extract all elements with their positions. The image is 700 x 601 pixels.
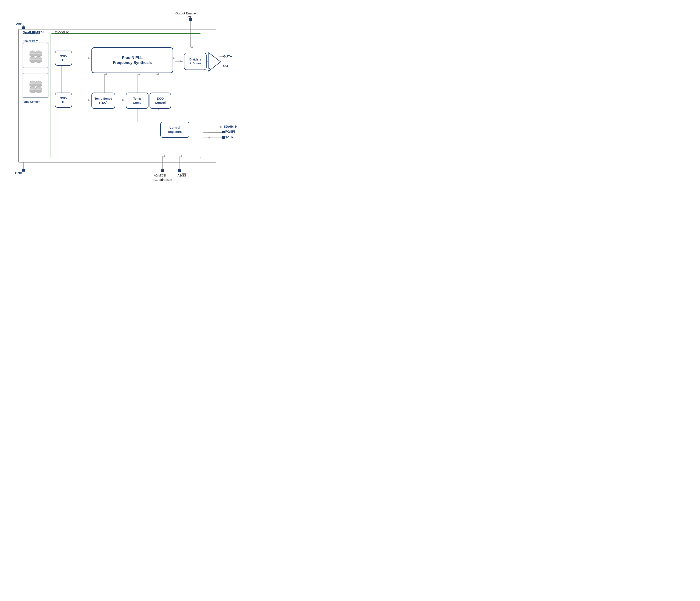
frac-n-pll-label: Frac-N PLLFrequency Synthesis bbox=[113, 55, 152, 66]
vdd-dot bbox=[22, 26, 25, 29]
a0-mosi-dot bbox=[161, 169, 164, 172]
osc-ts-label: OSC-TS bbox=[60, 96, 67, 104]
dual-mems-label: DualMEMS™ bbox=[23, 31, 44, 35]
control-registers-block: ControlRegisters bbox=[160, 122, 190, 138]
osc-tf-sensor bbox=[23, 43, 48, 68]
resonator-bottom-icon bbox=[28, 78, 43, 93]
output-enable-label: Output Enable bbox=[175, 11, 196, 15]
dividers-driver-label: Dividers& Driver bbox=[190, 57, 201, 65]
tempflat-label: TempFlat™ bbox=[23, 40, 38, 43]
temp-sense-block: Temp Sense(TDC) bbox=[92, 93, 115, 109]
out-plus-label: OUT+ bbox=[223, 54, 232, 58]
i2c-spi-label: I²C/SPI bbox=[225, 130, 235, 133]
osc-tf-label: OSC-TF bbox=[60, 54, 67, 62]
temp-comp-label: TempComp bbox=[133, 97, 142, 104]
temp-comp-block: TempComp bbox=[126, 93, 148, 109]
output-buffer bbox=[208, 52, 222, 73]
i2c-dot bbox=[222, 131, 225, 133]
svg-marker-61 bbox=[209, 53, 221, 71]
osc-tf-block: OSC-TF bbox=[55, 51, 72, 66]
svg-point-54 bbox=[36, 84, 42, 87]
oe-label: OE bbox=[188, 15, 192, 19]
dco-control-block: DCOControl bbox=[150, 93, 171, 109]
svg-point-57 bbox=[30, 90, 36, 93]
cmos-ic-label: CMOS IC bbox=[55, 31, 70, 35]
temp-sensor-label: Temp Sensor bbox=[22, 100, 40, 103]
frac-n-pll-block: Frac-N PLLFrequency Synthesis bbox=[92, 47, 173, 73]
svg-point-48 bbox=[36, 60, 42, 63]
a0-mosi-label: A0/MOSI bbox=[154, 174, 166, 177]
block-diagram: DualMEMS™ CMOS IC TempFlat™ bbox=[5, 7, 231, 197]
osc-ts-sensor bbox=[23, 73, 48, 98]
sclk-dot bbox=[222, 136, 225, 139]
vdd-label: VDD bbox=[16, 22, 23, 26]
svg-point-62 bbox=[208, 68, 210, 70]
dco-control-label: DCOControl bbox=[155, 97, 166, 104]
svg-point-60 bbox=[36, 90, 42, 93]
sclk-label: SCLK bbox=[225, 136, 233, 139]
buffer-triangle-icon bbox=[208, 52, 222, 72]
a1-ss-label: A1/SS bbox=[177, 174, 186, 177]
gnd-dot bbox=[22, 169, 25, 172]
sda-miso-label: SDA/MISO bbox=[224, 125, 237, 128]
osc-ts-block: OSC-TS bbox=[55, 93, 72, 107]
i2c-address-spi-label: I²C Address/SPI bbox=[153, 178, 174, 182]
a1-ss-dot bbox=[178, 169, 181, 172]
resonator-top-icon bbox=[28, 48, 43, 63]
svg-point-51 bbox=[30, 84, 36, 87]
temp-sense-label: Temp Sense(TDC) bbox=[95, 97, 112, 104]
svg-point-42 bbox=[36, 54, 42, 56]
control-registers-label: ControlRegisters bbox=[168, 126, 182, 134]
gnd-label: GND bbox=[15, 171, 22, 175]
out-minus-label: OUT- bbox=[223, 64, 231, 68]
dividers-driver-block: Dividers& Driver bbox=[184, 53, 206, 70]
svg-point-39 bbox=[30, 54, 36, 56]
svg-point-45 bbox=[30, 60, 36, 63]
